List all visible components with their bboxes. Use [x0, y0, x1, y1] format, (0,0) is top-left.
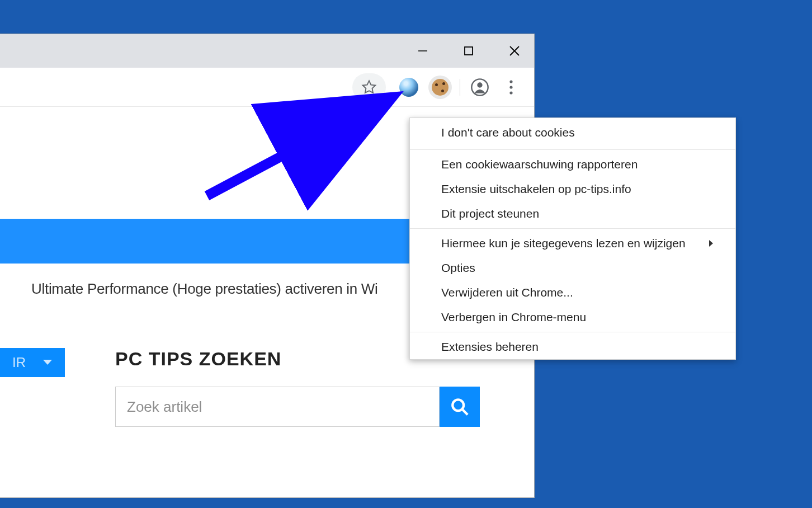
globe-extension-button[interactable] — [397, 76, 421, 99]
repair-dropdown[interactable]: IR — [0, 348, 65, 377]
globe-icon — [399, 78, 418, 97]
menu-item-options[interactable]: Opties — [410, 256, 735, 280]
cookie-icon — [432, 79, 449, 96]
menu-separator — [410, 149, 735, 150]
account-button[interactable] — [468, 76, 492, 99]
svg-point-8 — [509, 91, 512, 94]
account-icon — [471, 78, 489, 96]
search-icon — [450, 397, 469, 416]
menu-item-manage-extensions[interactable]: Extensies beheren — [410, 335, 735, 359]
window-titlebar — [0, 34, 534, 68]
menu-item-report-cookie[interactable]: Een cookiewaarschuwing rapporteren — [410, 152, 735, 177]
extension-context-menu: I don't care about cookies Een cookiewaa… — [409, 117, 736, 360]
toolbar-divider — [460, 79, 460, 96]
svg-point-6 — [509, 80, 512, 83]
menu-separator — [410, 228, 735, 229]
menu-separator — [410, 332, 735, 332]
menu-item-disable-extension[interactable]: Extensie uitschakelen op pc-tips.info — [410, 177, 735, 201]
menu-item-support-project[interactable]: Dit project steunen — [410, 201, 735, 226]
search-button[interactable] — [440, 387, 480, 427]
context-menu-title: I don't care about cookies — [410, 118, 735, 147]
search-input[interactable] — [115, 387, 440, 427]
svg-rect-1 — [465, 47, 473, 55]
chevron-right-icon — [709, 239, 714, 247]
cookie-extension-button[interactable] — [428, 76, 452, 99]
repair-label: IR — [12, 355, 26, 370]
svg-point-9 — [452, 399, 464, 411]
address-bar-right[interactable] — [352, 73, 386, 101]
browser-toolbar — [0, 68, 534, 107]
svg-line-10 — [462, 409, 468, 415]
kebab-icon — [509, 79, 513, 95]
maximize-button[interactable] — [456, 38, 481, 64]
menu-item-hide[interactable]: Verbergen in Chrome-menu — [410, 305, 735, 330]
close-button[interactable] — [502, 38, 527, 64]
menu-item-site-data[interactable]: Hiermee kun je sitegegevens lezen en wij… — [410, 231, 735, 256]
search-row — [115, 387, 480, 427]
minimize-button[interactable] — [410, 38, 436, 64]
svg-point-7 — [509, 86, 512, 88]
svg-point-5 — [477, 82, 482, 87]
chevron-down-icon — [43, 359, 53, 366]
menu-item-remove[interactable]: Verwijderen uit Chrome... — [410, 280, 735, 305]
chrome-menu-button[interactable] — [499, 76, 523, 99]
star-icon[interactable] — [361, 79, 377, 95]
